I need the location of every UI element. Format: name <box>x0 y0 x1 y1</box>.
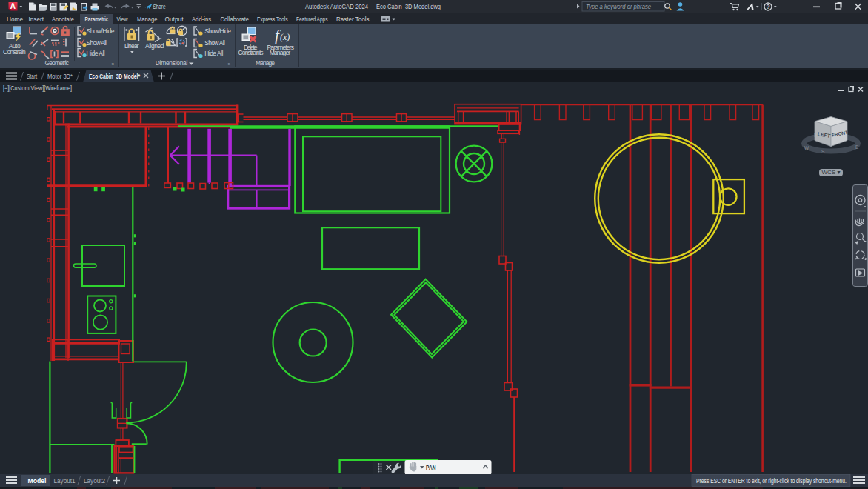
svg-text:(x): (x) <box>280 32 290 42</box>
svg-text:Motor 3D*: Motor 3D* <box>47 73 73 80</box>
svg-text:Show All: Show All <box>87 39 107 47</box>
svg-text:Hide All: Hide All <box>87 50 105 57</box>
svg-text:Add-ins: Add-ins <box>192 16 211 23</box>
svg-text:W: W <box>804 145 809 150</box>
svg-text:Share: Share <box>153 3 166 10</box>
svg-text:Constrain: Constrain <box>3 48 26 56</box>
svg-text:E: E <box>855 144 859 150</box>
svg-text:Raster Tools: Raster Tools <box>336 16 370 23</box>
svg-text:?: ? <box>766 3 769 10</box>
svg-text:View: View <box>117 16 128 23</box>
svg-text:Type a keyword or phrase: Type a keyword or phrase <box>586 3 651 10</box>
svg-text:Parametric: Parametric <box>85 16 109 23</box>
svg-text:Manage: Manage <box>137 16 158 23</box>
svg-text:Aligned: Aligned <box>145 42 164 50</box>
svg-text:»: » <box>228 61 231 67</box>
svg-text:Insert: Insert <box>29 16 44 23</box>
svg-text:[−][Custom View][Wireframe]: [−][Custom View][Wireframe] <box>3 84 72 92</box>
svg-text:Show/Hide: Show/Hide <box>87 27 115 35</box>
svg-text:Layout1: Layout1 <box>54 477 76 485</box>
svg-text:Dimensional: Dimensional <box>156 59 188 67</box>
svg-text:PAN: PAN <box>426 464 436 471</box>
svg-text:Eco Cabin_3D Model.dwg: Eco Cabin_3D Model.dwg <box>376 3 441 10</box>
svg-text:Model: Model <box>28 477 47 485</box>
svg-text:Linear: Linear <box>124 42 139 50</box>
svg-text:Featured Apps: Featured Apps <box>296 16 328 23</box>
svg-text:Output: Output <box>165 16 184 23</box>
svg-text:Start: Start <box>27 73 37 80</box>
svg-text:Eco Cabin_3D Model*: Eco Cabin_3D Model* <box>89 73 140 80</box>
svg-text:Manage: Manage <box>256 59 275 67</box>
svg-text:Collaborate: Collaborate <box>221 16 250 23</box>
svg-text:Manager: Manager <box>270 49 290 56</box>
svg-text:Autodesk AutoCAD 2024: Autodesk AutoCAD 2024 <box>305 3 368 10</box>
svg-text:Geometric: Geometric <box>44 59 69 67</box>
svg-text:S: S <box>821 149 825 154</box>
svg-text:»: » <box>112 61 115 67</box>
svg-text:Press ESC or ENTER to exit, or: Press ESC or ENTER to exit, or right-cli… <box>696 477 847 485</box>
svg-text:Home: Home <box>7 16 23 23</box>
svg-text:Show All: Show All <box>204 39 225 47</box>
svg-text:A: A <box>10 2 16 10</box>
svg-text:Express Tools: Express Tools <box>257 16 288 23</box>
svg-text:Show/Hide: Show/Hide <box>204 27 231 35</box>
svg-text:Hide All: Hide All <box>204 50 223 57</box>
svg-text:Constraints: Constraints <box>238 49 264 56</box>
svg-text:Annotate: Annotate <box>52 16 74 23</box>
svg-text:Layout2: Layout2 <box>84 477 105 485</box>
